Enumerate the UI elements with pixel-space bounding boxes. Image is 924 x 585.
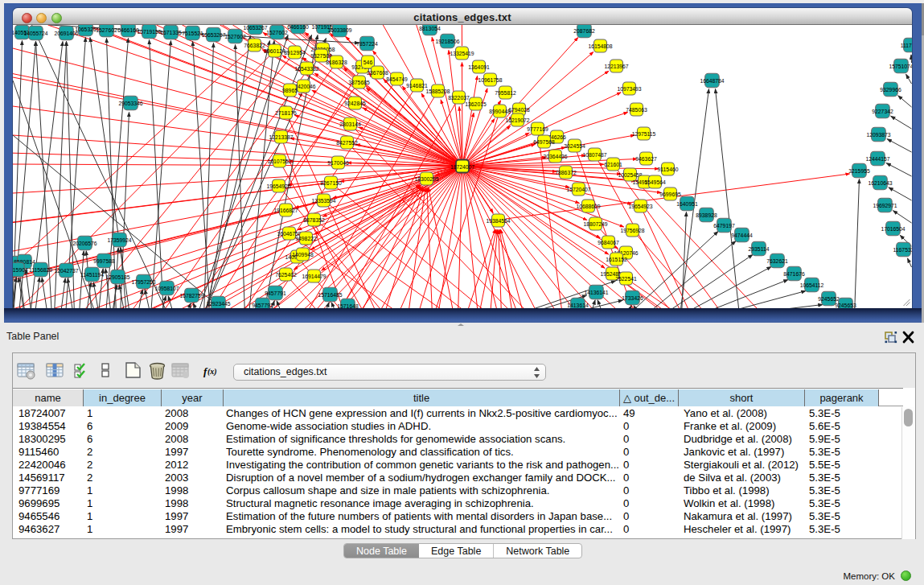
svg-text:8454749: 8454749 xyxy=(386,76,408,82)
svg-text:1615152: 1615152 xyxy=(606,257,627,262)
svg-text:7886372: 7886372 xyxy=(555,170,577,175)
svg-text:2718176: 2718176 xyxy=(275,110,297,116)
svg-text:6794028: 6794028 xyxy=(508,107,530,113)
svg-text:1362015: 1362015 xyxy=(465,101,487,107)
svg-text:12042737: 12042737 xyxy=(54,268,78,274)
svg-text:621601: 621601 xyxy=(604,162,622,167)
svg-text:6479197: 6479197 xyxy=(713,223,735,229)
svg-text:12975115: 12975115 xyxy=(632,131,656,137)
svg-text:11156829: 11156829 xyxy=(29,267,52,273)
svg-text:9498222: 9498222 xyxy=(295,236,317,241)
svg-text:98965: 98965 xyxy=(282,88,298,93)
svg-text:9146821: 9146821 xyxy=(406,83,428,89)
svg-text:2935114: 2935114 xyxy=(749,246,770,252)
svg-text:9245653: 9245653 xyxy=(835,303,856,308)
svg-text:20206576: 20206576 xyxy=(72,241,97,246)
svg-text:18300295: 18300295 xyxy=(414,176,438,182)
svg-text:7857224: 7857224 xyxy=(356,41,378,47)
svg-text:15716485: 15716485 xyxy=(318,292,342,298)
svg-text:8322037: 8322037 xyxy=(448,95,470,101)
svg-text:29053346: 29053346 xyxy=(118,101,142,106)
svg-text:9699695: 9699695 xyxy=(659,192,681,197)
svg-text:10958107: 10958107 xyxy=(154,286,179,291)
svg-text:16914479: 16914479 xyxy=(302,274,326,279)
svg-text:12923445: 12923445 xyxy=(206,301,230,307)
svg-text:6497568: 6497568 xyxy=(533,139,555,145)
svg-text:2522541: 2522541 xyxy=(615,276,637,282)
svg-text:9777169: 9777169 xyxy=(527,126,548,132)
svg-text:9474444: 9474444 xyxy=(731,233,753,238)
svg-text:1733426: 1733426 xyxy=(622,295,643,301)
svg-text:1364091: 1364091 xyxy=(468,64,490,70)
svg-text:8938928: 8938928 xyxy=(696,212,717,218)
svg-text:20364436: 20364436 xyxy=(543,154,567,159)
svg-text:10107552: 10107552 xyxy=(267,159,291,164)
svg-text:8960124: 8960124 xyxy=(264,48,285,54)
svg-text:16154808: 16154808 xyxy=(588,43,612,49)
svg-text:9463627: 9463627 xyxy=(635,156,657,162)
svg-text:1527602: 1527602 xyxy=(224,34,246,39)
svg-text:8471676: 8471676 xyxy=(783,271,805,277)
svg-text:7632621: 7632621 xyxy=(766,258,788,264)
svg-text:10653267: 10653267 xyxy=(243,25,267,31)
svg-text:1413614: 1413614 xyxy=(567,303,589,308)
svg-text:8912954: 8912954 xyxy=(284,50,306,56)
svg-text:12905185: 12905185 xyxy=(105,274,129,280)
svg-text:14136141: 14136141 xyxy=(584,290,608,295)
svg-text:9245652: 9245652 xyxy=(818,296,840,302)
svg-text:2367608: 2367608 xyxy=(367,70,388,76)
svg-text:10719155: 10719155 xyxy=(137,29,161,35)
svg-text:1640951: 1640951 xyxy=(676,201,698,207)
svg-text:1065326: 1065326 xyxy=(75,27,97,32)
svg-text:10973493: 10973493 xyxy=(617,86,641,92)
svg-text:1409948: 1409948 xyxy=(292,252,314,257)
svg-text:8186328: 8186328 xyxy=(326,60,347,65)
svg-text:13353594: 13353594 xyxy=(311,198,335,204)
svg-text:6466160: 6466160 xyxy=(287,25,309,30)
svg-text:1527602: 1527602 xyxy=(96,27,117,33)
svg-text:3875685: 3875685 xyxy=(348,80,370,85)
svg-text:8267150: 8267150 xyxy=(320,180,342,186)
svg-text:9457791: 9457791 xyxy=(265,290,286,296)
svg-text:2803144: 2803144 xyxy=(339,122,361,127)
svg-text:10807487: 10807487 xyxy=(582,152,606,158)
svg-text:19166827: 19166827 xyxy=(273,208,298,213)
svg-text:16543382: 16543382 xyxy=(294,66,318,72)
svg-text:10688609: 10688609 xyxy=(576,204,600,209)
svg-text:8878352: 8878352 xyxy=(303,217,325,223)
svg-text:3215955: 3215955 xyxy=(848,168,870,174)
svg-text:7485063: 7485063 xyxy=(626,107,647,113)
svg-text:9684067: 9684067 xyxy=(598,240,619,245)
svg-text:8813054: 8813054 xyxy=(419,26,441,31)
svg-text:19692971: 19692971 xyxy=(873,203,897,208)
svg-text:19654923: 19654923 xyxy=(628,204,652,209)
svg-text:1671335: 1671335 xyxy=(160,30,182,35)
svg-text:9997588: 9997588 xyxy=(93,258,115,264)
svg-text:(x): (x) xyxy=(207,367,217,377)
svg-text:16033809: 16033809 xyxy=(327,27,351,33)
svg-text:16782759: 16782759 xyxy=(179,293,203,299)
svg-text:10653267: 10653267 xyxy=(201,32,225,38)
svg-text:9170046: 9170046 xyxy=(327,160,349,166)
svg-text:15885208: 15885208 xyxy=(425,89,450,94)
svg-text:7955812: 7955812 xyxy=(495,90,516,96)
svg-text:8990448: 8990448 xyxy=(489,109,511,114)
svg-text:17957253: 17957253 xyxy=(131,279,155,285)
svg-text:18724007: 18724007 xyxy=(450,164,474,170)
svg-text:9115460: 9115460 xyxy=(658,167,679,172)
svg-text:17359924: 17359924 xyxy=(107,237,131,243)
svg-text:9327508: 9327508 xyxy=(310,53,332,59)
svg-text:12213967: 12213967 xyxy=(604,64,628,69)
svg-text:10654112: 10654112 xyxy=(800,282,824,288)
svg-text:19756928: 19756928 xyxy=(620,228,644,233)
svg-text:12093873: 12093873 xyxy=(866,132,890,138)
svg-text:8427552: 8427552 xyxy=(336,140,358,146)
svg-text:16648784: 16648784 xyxy=(700,78,724,84)
svg-text:18807249: 18807249 xyxy=(583,221,607,227)
svg-text:19218506: 19218506 xyxy=(435,39,459,44)
svg-text:9242845: 9242845 xyxy=(344,101,366,106)
svg-text:1527602: 1527602 xyxy=(266,30,288,35)
svg-text:7515521: 7515521 xyxy=(182,31,203,36)
svg-text:12213387: 12213387 xyxy=(269,134,293,140)
svg-text:16210643: 16210643 xyxy=(868,180,892,186)
